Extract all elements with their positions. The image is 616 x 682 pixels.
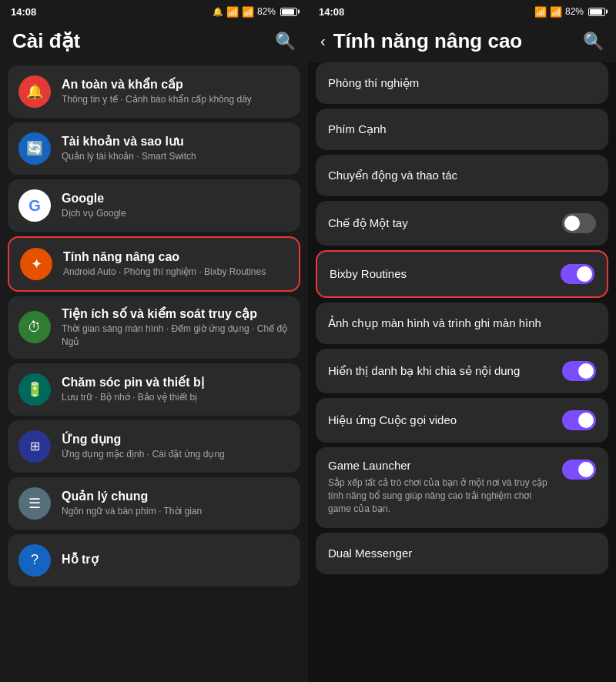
left-settings-list: 🔔 An toàn và khẩn cấp Thông tin y tế · C… (0, 62, 308, 682)
digital-subtitle: Thời gian sáng màn hình · Đếm giờ ứng dụ… (62, 323, 290, 349)
advanced-icon: ✦ (20, 248, 52, 280)
notification-icon: 🔔 (213, 7, 223, 17)
right-search-icon[interactable]: 🔍 (583, 32, 604, 52)
left-status-bar: 14:08 🔔 📶 📶 82% (0, 0, 308, 22)
adv-item-dual-messenger[interactable]: Dual Messenger (316, 533, 608, 574)
right-status-bar: 14:08 📶 📶 82% (308, 0, 616, 22)
accounts-title: Tài khoản và sao lưu (62, 134, 290, 149)
game-launcher-subtitle: Sắp xếp tất cả trò chơi của bạn ở một nơ… (328, 476, 554, 515)
general-subtitle: Ngôn ngữ và bàn phím · Thời gian (62, 505, 290, 518)
one-hand-toggle[interactable] (562, 213, 596, 233)
game-launcher-toggle[interactable] (562, 460, 596, 480)
bixby-label: Bixby Routines (330, 266, 561, 282)
video-call-toggle-knob (578, 413, 594, 428)
bixby-toggle-knob (577, 266, 592, 282)
apps-title: Ứng dụng (62, 432, 290, 446)
right-signal-icon: 📶 (550, 6, 562, 18)
adv-item-one-hand[interactable]: Chế độ Một tay (316, 201, 608, 246)
one-hand-label: Chế độ Một tay (328, 216, 562, 231)
settings-item-safety[interactable]: 🔔 An toàn và khẩn cấp Thông tin y tế · C… (8, 65, 300, 118)
game-launcher-toggle-knob (578, 462, 594, 477)
advanced-title: Tính năng nâng cao (63, 250, 288, 264)
digital-title: Tiện ích số và kiểm soát truy cập (62, 306, 290, 321)
accounts-subtitle: Quản lý tài khoản · Smart Switch (62, 150, 290, 163)
support-title: Hỗ trợ (62, 552, 290, 567)
right-battery-text: 82% (565, 6, 584, 17)
adv-item-screenshot[interactable]: Ảnh chụp màn hình và trình ghi màn hình (316, 303, 608, 344)
digital-icon: ⏱ (18, 311, 51, 343)
side-key-label: Phím Cạnh (328, 122, 596, 137)
bixby-toggle[interactable] (561, 264, 594, 284)
safety-title: An toàn và khẩn cấp (62, 77, 290, 92)
one-hand-toggle-knob (564, 216, 580, 231)
lab-label: Phòng thí nghiệm (328, 75, 596, 91)
left-search-icon[interactable]: 🔍 (275, 32, 296, 52)
contacts-toggle-knob (578, 363, 594, 379)
adv-item-bixby[interactable]: Bixby Routines (316, 250, 608, 298)
signal-icon: 📶 (242, 6, 254, 18)
google-subtitle: Dịch vụ Google (62, 207, 290, 220)
back-button[interactable]: ‹ (320, 32, 326, 50)
contacts-toggle[interactable] (562, 361, 596, 381)
apps-subtitle: Ứng dụng mặc định · Cài đặt ứng dụng (62, 448, 290, 461)
right-page-title: Tính năng nâng cao (333, 29, 575, 53)
dual-messenger-label: Dual Messenger (328, 546, 596, 561)
adv-item-video-call[interactable]: Hiệu ứng Cuộc gọi video (316, 398, 608, 443)
wifi-icon: 📶 (226, 6, 239, 18)
settings-item-general[interactable]: ☰ Quản lý chung Ngôn ngữ và bàn phím · T… (8, 477, 300, 530)
adv-item-lab[interactable]: Phòng thí nghiệm (316, 62, 608, 104)
left-page-title: Cài đặt (12, 29, 267, 53)
adv-item-motion[interactable]: Chuyển động và thao tác (316, 155, 608, 196)
battery-icon (280, 8, 297, 16)
settings-item-battery[interactable]: 🔋 Chăm sóc pin và thiết bị Lưu trữ · Bộ … (8, 363, 300, 416)
battery-subtitle: Lưu trữ · Bộ nhớ · Bảo vệ thiết bị (62, 391, 290, 404)
right-panel: 14:08 📶 📶 82% ‹ Tính năng nâng cao 🔍 Phò… (308, 0, 616, 682)
right-header: ‹ Tính năng nâng cao 🔍 (308, 22, 616, 62)
motion-label: Chuyển động và thao tác (328, 168, 596, 183)
google-title: Google (62, 192, 290, 206)
left-time: 14:08 (11, 6, 36, 18)
battery-title: Chăm sóc pin và thiết bị (62, 375, 290, 389)
right-wifi-icon: 📶 (534, 6, 547, 18)
screenshot-label: Ảnh chụp màn hình và trình ghi màn hình (328, 316, 596, 331)
video-call-label: Hiệu ứng Cuộc gọi video (328, 413, 562, 428)
game-launcher-title: Game Launcher (328, 458, 554, 473)
general-icon: ☰ (18, 487, 51, 520)
settings-item-apps[interactable]: ⊞ Ứng dụng Ứng dụng mặc định · Cài đặt ứ… (8, 420, 300, 473)
general-title: Quản lý chung (62, 489, 290, 503)
left-header: Cài đặt 🔍 (0, 22, 308, 62)
advanced-settings-list: Phòng thí nghiệm Phím Cạnh Chuyển động v… (308, 62, 616, 682)
safety-subtitle: Thông tin y tế · Cảnh báo khẩn cấp không… (62, 93, 290, 106)
settings-item-digital[interactable]: ⏱ Tiện ích số và kiểm soát truy cập Thời… (8, 296, 300, 359)
adv-item-game-launcher[interactable]: Game Launcher Sắp xếp tất cả trò chơi củ… (316, 447, 608, 528)
safety-icon: 🔔 (18, 75, 51, 108)
settings-item-advanced[interactable]: ✦ Tính năng nâng cao Android Auto · Phòn… (8, 236, 300, 292)
accounts-icon: 🔄 (18, 132, 51, 165)
battery-text: 82% (257, 6, 276, 17)
right-status-icons: 📶 📶 82% (534, 6, 605, 18)
apps-icon: ⊞ (18, 430, 51, 463)
advanced-subtitle: Android Auto · Phòng thí nghiệm · Bixby … (63, 266, 288, 279)
adv-item-side-key[interactable]: Phím Cạnh (316, 109, 608, 150)
contacts-label: Hiển thị danh bạ khi chia sẻ nội dung (328, 363, 562, 379)
google-icon: G (18, 189, 51, 222)
left-status-icons: 🔔 📶 📶 82% (213, 6, 297, 18)
right-battery-icon (588, 8, 605, 16)
support-icon: ? (18, 544, 51, 577)
adv-item-contacts[interactable]: Hiển thị danh bạ khi chia sẻ nội dung (316, 349, 608, 393)
video-call-toggle[interactable] (562, 410, 596, 430)
settings-item-google[interactable]: G Google Dịch vụ Google (8, 179, 300, 232)
left-panel: 14:08 🔔 📶 📶 82% Cài đặt 🔍 🔔 An toàn và k… (0, 0, 308, 682)
battery-device-icon: 🔋 (18, 373, 51, 406)
settings-item-accounts[interactable]: 🔄 Tài khoản và sao lưu Quản lý tài khoản… (8, 122, 300, 175)
right-time: 14:08 (319, 6, 344, 18)
settings-item-support[interactable]: ? Hỗ trợ (8, 534, 300, 587)
